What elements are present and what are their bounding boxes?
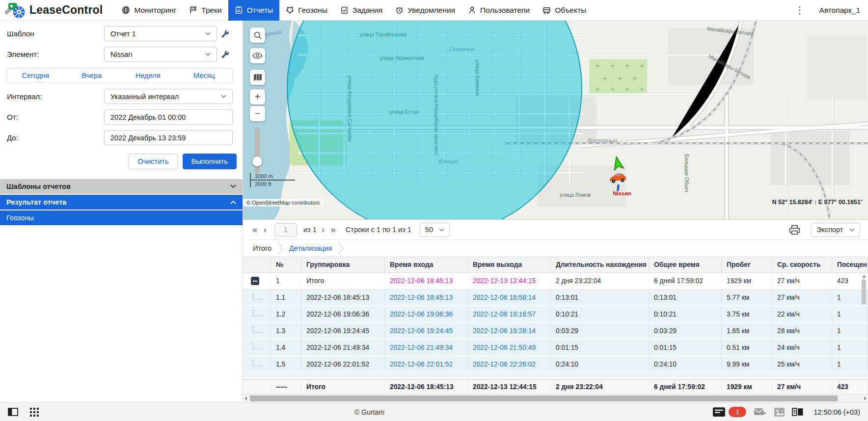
nav-item-reports[interactable]: Отчеты <box>228 0 280 21</box>
breadcrumb-chevron-icon <box>338 241 344 255</box>
table-vertical-scrollbar[interactable] <box>861 275 867 378</box>
execute-button[interactable]: Выполнить <box>183 154 237 169</box>
range-yesterday[interactable]: Вчера <box>64 72 120 79</box>
range-week[interactable]: Неделя <box>120 72 176 79</box>
interval-select[interactable]: Указанный интервал <box>104 89 233 104</box>
nav-item-jobs[interactable]: Задания <box>334 0 389 21</box>
nav-item-label: Уведомления <box>407 6 455 15</box>
tab-detail[interactable]: Детализация <box>287 244 334 252</box>
cell-total-time: 6 дней 17:59:02 <box>649 380 722 394</box>
cell-number: 1.4 <box>271 340 301 355</box>
result-item-geofences[interactable]: Геозоны <box>0 210 243 225</box>
cell-entry-time[interactable]: 2022-12-06 19:24:45 <box>385 323 468 339</box>
cell-entry-time[interactable]: 2022-12-06 19:06:36 <box>385 306 468 322</box>
page-number-input[interactable]: 1 <box>274 223 297 237</box>
header-cell[interactable]: Время входа <box>385 257 468 273</box>
from-date-input[interactable]: 2022 Декабрь 01 00:00 <box>104 109 233 125</box>
nav-item-notifications[interactable]: Уведомления <box>389 0 461 21</box>
header-cell[interactable]: Длительность нахождения <box>551 257 649 273</box>
range-month[interactable]: Месяц <box>176 72 233 79</box>
scroll-right-arrow-icon[interactable] <box>864 396 867 400</box>
section-report-result[interactable]: Результат отчета <box>0 195 243 210</box>
cell-exit-time[interactable]: 2022-12-13 12:44:15 <box>468 273 551 289</box>
header-cell[interactable]: Ср. скорость <box>772 257 832 273</box>
last-page-button[interactable]: » <box>329 225 337 234</box>
mail-import-button[interactable] <box>754 408 767 417</box>
cell-exit-time[interactable]: 2022-12-06 22:26:02 <box>468 356 551 372</box>
messages-button[interactable] <box>713 407 725 417</box>
nav-item-label: Геозоны <box>298 6 327 15</box>
cell-entry-time: 2022-12-06 18:45:13 <box>385 380 468 394</box>
cell-exit-time[interactable]: 2022-12-06 19:28:14 <box>468 323 551 339</box>
prev-page-button[interactable]: ‹ <box>262 225 268 234</box>
table-row-clipped <box>243 373 868 378</box>
cell-exit-time[interactable]: 2022-12-06 21:50:49 <box>468 340 551 355</box>
header-cell[interactable]: Время выхода <box>468 257 551 273</box>
cell-entry-time[interactable]: 2022-12-06 21:49:34 <box>385 340 468 355</box>
cell-entry-time[interactable]: 2022-12-06 22:01:52 <box>385 356 468 372</box>
reports-icon <box>235 6 243 14</box>
layout-button[interactable] <box>792 408 803 416</box>
zoom-in-button[interactable]: + <box>250 89 265 105</box>
cell-entry-time[interactable]: 2022-12-06 18:45:13 <box>385 273 468 289</box>
geofences-icon <box>286 6 294 14</box>
vertical-scroll-thumb[interactable] <box>862 279 866 305</box>
nav-right: ⋮ Автопарк_1 <box>793 5 868 15</box>
cell-entry-time[interactable]: 2022-12-06 18:45:13 <box>385 289 468 305</box>
clear-button[interactable]: Очистить <box>129 154 177 169</box>
range-today[interactable]: Сегодня <box>7 72 64 79</box>
cell-exit-time[interactable]: 2022-12-06 19:16:57 <box>468 306 551 322</box>
nav-item-geofences[interactable]: Геозоны <box>279 0 334 21</box>
print-button[interactable] <box>789 225 800 235</box>
page-size-select[interactable]: 50 <box>420 223 450 237</box>
export-button[interactable]: Экспорт <box>811 223 860 237</box>
status-bar: © Gurtam 1 12:50:06 (+03) <box>0 402 868 421</box>
nav-item-monitoring[interactable]: Мониторинг <box>115 0 183 21</box>
cell-mileage: 1929 км <box>722 380 772 394</box>
header-cell[interactable]: Посещен <box>832 257 868 273</box>
cell-exit-time[interactable]: 2022-12-06 18:58:14 <box>468 289 551 305</box>
zoom-slider-handle[interactable] <box>252 157 262 166</box>
cell-number: ----- <box>271 380 301 394</box>
template-select[interactable]: Отчет 1 <box>104 26 217 41</box>
collapse-row-button[interactable] <box>251 277 259 285</box>
element-select[interactable]: Nissan <box>104 47 217 62</box>
table-horizontal-scrollbar[interactable] <box>243 394 868 402</box>
element-settings-button[interactable] <box>217 50 233 58</box>
nav-item-label: Треки <box>201 6 221 15</box>
interval-row: Интервал: Указанный интервал <box>7 89 233 104</box>
kebab-menu-icon[interactable]: ⋮ <box>793 5 807 15</box>
map-search-button[interactable] <box>250 27 265 43</box>
scroll-up-arrow-icon[interactable] <box>862 275 866 278</box>
from-row: От: 2022 Декабрь 01 00:00 <box>7 109 233 125</box>
to-label: До: <box>7 133 104 142</box>
map-visibility-button[interactable] <box>250 48 265 63</box>
nav-item-units[interactable]: Объекты <box>536 0 593 21</box>
to-date-input[interactable]: 2022 Декабрь 13 23:59 <box>104 130 233 145</box>
monitoring-icon <box>122 6 130 14</box>
zoom-slider-track[interactable] <box>255 127 260 174</box>
tab-total[interactable]: Итого <box>251 244 273 252</box>
toggle-sidebar-button[interactable] <box>8 408 18 416</box>
scroll-left-arrow-icon[interactable] <box>244 396 247 400</box>
apps-grid-button[interactable] <box>30 408 39 417</box>
first-page-button[interactable]: « <box>251 225 259 234</box>
media-button[interactable] <box>774 408 785 417</box>
template-settings-button[interactable] <box>217 29 233 38</box>
nav-item-tracks[interactable]: Треки <box>183 0 228 21</box>
header-cell[interactable]: Общее время <box>649 257 722 273</box>
header-cell[interactable]: Пробег <box>722 257 772 273</box>
user-name[interactable]: Автопарк_1 <box>819 6 860 15</box>
map-layers-button[interactable] <box>250 70 265 85</box>
section-report-templates[interactable]: Шаблоны отчетов <box>0 179 243 194</box>
unit-car-marker[interactable] <box>608 171 627 186</box>
map-canvas[interactable]: Иртышулица ТорайгыроваСеверныйулица Лерм… <box>243 21 868 220</box>
notification-badge[interactable]: 1 <box>729 407 746 417</box>
header-cell[interactable]: Группировка <box>301 257 385 273</box>
horizontal-scroll-thumb[interactable] <box>250 395 838 401</box>
zoom-out-button[interactable]: − <box>250 106 265 121</box>
table-row: 1.42022-12-06 21:49:342022-12-06 21:49:3… <box>243 340 868 356</box>
next-page-button[interactable]: › <box>320 225 326 234</box>
header-cell[interactable]: № <box>271 257 301 273</box>
nav-item-users[interactable]: Пользователи <box>461 0 536 21</box>
